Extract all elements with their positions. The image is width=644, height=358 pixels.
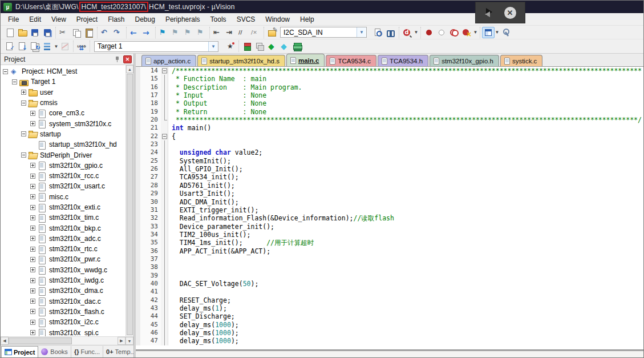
breakpoint-margin[interactable] — [136, 157, 140, 165]
configure-button[interactable] — [500, 27, 512, 38]
menu-peripherals[interactable]: Peripherals — [160, 14, 205, 25]
scroll-left-icon[interactable]: ◀ — [1, 337, 9, 345]
tree-item-stm32f10x-i2c-c[interactable]: stm32f10x_i2c.c — [1, 317, 125, 327]
menu-file[interactable]: File — [3, 14, 24, 25]
breakpoint-margin[interactable] — [136, 75, 140, 83]
code-editor[interactable]: 14/*************************************… — [136, 67, 643, 349]
breakpoint-insert-button[interactable] — [423, 27, 435, 38]
expand-plus-icon[interactable] — [30, 257, 35, 262]
menu-view[interactable]: View — [46, 14, 71, 25]
breakpoint-margin[interactable] — [136, 312, 140, 320]
breakpoint-margin[interactable] — [136, 140, 140, 148]
menu-project[interactable]: Project — [71, 14, 103, 25]
expand-plus-icon[interactable] — [30, 205, 35, 210]
doc-edit-button[interactable] — [266, 27, 278, 38]
target-select-value[interactable]: Target 1 — [95, 42, 208, 50]
pin-icon[interactable] — [114, 55, 121, 63]
breakpoint-margin[interactable] — [136, 304, 140, 312]
scroll-down-icon[interactable]: ▼ — [125, 337, 133, 345]
expand-minus-icon[interactable] — [3, 69, 8, 74]
tree-hscroll-thumb[interactable] — [9, 337, 72, 344]
breakpoint-margin[interactable] — [136, 296, 140, 304]
tree-item-stm32f10x-tim-c[interactable]: stm32f10x_tim.c — [1, 212, 125, 223]
breakpoint-margin[interactable] — [136, 67, 140, 75]
translate-button[interactable] — [3, 41, 16, 52]
tree-item-core-cm3-c[interactable]: core_cm3.c — [1, 108, 125, 118]
breakpoint-kill-all-button[interactable] — [460, 27, 473, 38]
breakpoint-margin[interactable] — [136, 182, 140, 190]
breakpoint-margin[interactable] — [136, 148, 140, 156]
paste-button[interactable] — [83, 27, 95, 38]
tree-item-system-stm32f10x-c[interactable]: system_stm32f10x.c — [1, 118, 125, 128]
breakpoint-margin[interactable] — [136, 337, 140, 345]
menu-svcs[interactable]: SVCS — [232, 14, 261, 25]
expand-plus-icon[interactable] — [30, 330, 35, 335]
tree-item-stm32f10x-dma-c[interactable]: stm32f10x_dma.c — [1, 285, 125, 296]
options-for-target-button[interactable] — [224, 41, 237, 52]
download-button[interactable] — [75, 41, 88, 52]
breakpoint-margin[interactable] — [136, 214, 140, 222]
manage-project-items-button[interactable] — [253, 41, 266, 52]
find-button[interactable] — [384, 27, 397, 38]
editor-tab-startup-stm32f10x-hd-s[interactable]: startup_stm32f10x_hd.s — [197, 55, 285, 66]
search-dropdown-chevron-icon[interactable]: ▼ — [357, 27, 366, 37]
breakpoint-margin[interactable] — [136, 247, 140, 255]
expand-plus-icon[interactable] — [30, 111, 35, 116]
breakpoint-margin[interactable] — [136, 116, 140, 124]
editor-tab-tca9534-h[interactable]: TCA9534.h — [378, 55, 428, 66]
close-icon[interactable]: ✕ — [504, 7, 516, 19]
breakpoint-margin[interactable] — [136, 206, 140, 214]
new-file-button[interactable] — [3, 27, 16, 38]
expand-plus-icon[interactable] — [30, 278, 35, 283]
open-button[interactable] — [16, 27, 29, 38]
expand-plus-icon[interactable] — [30, 226, 35, 231]
target-dropdown-chevron-icon[interactable]: ▼ — [208, 42, 218, 51]
expand-minus-icon[interactable] — [21, 152, 26, 158]
tree-item-startup[interactable]: startup — [1, 129, 125, 139]
tree-item-target-1[interactable]: Target 1 — [1, 77, 125, 87]
breakpoint-margin[interactable] — [136, 263, 140, 271]
breakpoint-margin[interactable] — [136, 329, 140, 337]
expand-plus-icon[interactable] — [30, 247, 35, 252]
breakpoint-margin[interactable] — [136, 231, 140, 239]
breakpoint-margin[interactable] — [136, 132, 140, 140]
expand-plus-icon[interactable] — [30, 194, 35, 199]
breakpoint-margin[interactable] — [136, 124, 140, 132]
undo-button[interactable] — [99, 27, 112, 38]
tree-item-stm32f10x-usart-c[interactable]: stm32f10x_usart.c — [1, 181, 125, 191]
breakpoint-margin[interactable] — [136, 83, 140, 91]
save-all-button[interactable] — [41, 27, 54, 38]
tree-item-stm32f10x-rtc-c[interactable]: stm32f10x_rtc.c — [1, 244, 125, 254]
build-button[interactable] — [16, 41, 29, 52]
tree-item-stm32f10x-flash-c[interactable]: stm32f10x_flash.c — [1, 307, 125, 317]
editor-tab-stm32f10x-gpio-h[interactable]: stm32f10x_gpio.h — [430, 55, 499, 66]
bookmark-clear-all-button[interactable] — [195, 27, 208, 38]
menu-tools[interactable]: Tools — [205, 14, 232, 25]
scroll-up-icon[interactable]: ▲ — [126, 65, 133, 73]
tree-item-stm32f10x-adc-c[interactable]: stm32f10x_adc.c — [1, 234, 125, 244]
expand-plus-icon[interactable] — [21, 90, 26, 95]
expand-plus-icon[interactable] — [30, 163, 35, 168]
cut-button[interactable] — [58, 27, 70, 38]
breakpoint-margin[interactable] — [136, 91, 140, 99]
breakpoint-margin[interactable] — [136, 321, 140, 329]
pack-installer-button[interactable] — [266, 41, 278, 52]
breakpoint-kill-all-dropdown-icon[interactable]: ▼ — [473, 27, 478, 38]
breakpoint-margin[interactable] — [136, 223, 140, 231]
expand-plus-icon[interactable] — [30, 267, 35, 272]
tree-item-stdperiph-driver[interactable]: StdPeriph_Driver — [1, 150, 125, 160]
window-layout-button[interactable] — [482, 27, 495, 38]
resume-icon[interactable] — [485, 8, 495, 17]
tree-item-stm32f10x-spi-c[interactable]: stm32f10x_spi.c — [1, 327, 125, 336]
breakpoint-margin[interactable] — [136, 165, 140, 173]
uncomment-selection-button[interactable] — [249, 27, 262, 38]
tree-item-stm32f10x-pwr-c[interactable]: stm32f10x_pwr.c — [1, 254, 125, 264]
fold-collapse-icon[interactable] — [161, 132, 168, 140]
breakpoint-enable-button[interactable] — [435, 27, 448, 38]
tree-item-stm32f10x-exti-c[interactable]: stm32f10x_exti.c — [1, 202, 125, 212]
tree-horizontal-scrollbar[interactable]: ◀ ▶ ▼ — [1, 336, 133, 345]
breakpoint-margin[interactable] — [136, 99, 140, 107]
tree-item-stm32f10x-gpio-c[interactable]: stm32f10x_gpio.c — [1, 160, 125, 171]
start-debug-session-button[interactable] — [401, 27, 414, 38]
tree-item-project-hcm-test[interactable]: Project: HCM_test — [1, 66, 125, 77]
